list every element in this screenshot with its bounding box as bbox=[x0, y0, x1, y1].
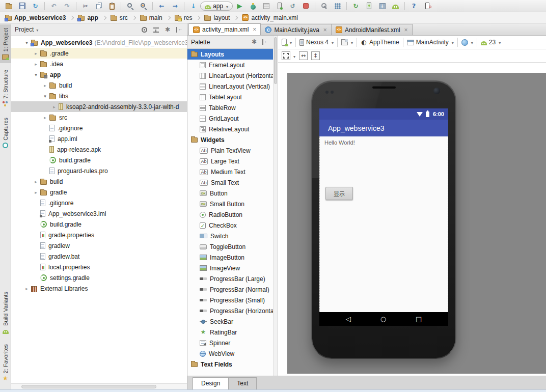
tree-item-build[interactable]: ▸build bbox=[11, 80, 187, 91]
gradle-sync-button[interactable]: ↻ bbox=[349, 1, 362, 11]
preview-button[interactable]: 显示 bbox=[325, 187, 353, 200]
palette-item-gridlayout[interactable]: GridLayout bbox=[187, 113, 273, 124]
tree-item-proguard-rules-pro[interactable]: proguard-rules.pro bbox=[11, 165, 187, 176]
palette-item-tablelayout[interactable]: TableLayout bbox=[187, 92, 273, 102]
tree-item-settings-gradle[interactable]: settings.gradle bbox=[11, 272, 187, 283]
palette-item-button[interactable]: Button bbox=[187, 188, 273, 199]
run-configuration-selector[interactable]: app bbox=[200, 2, 233, 11]
mode-tab-design[interactable]: Design bbox=[193, 377, 229, 389]
tree-item-app-release-apk[interactable]: app-release.apk bbox=[11, 144, 187, 155]
api-level-selector[interactable]: 23 bbox=[481, 39, 501, 46]
palette-item-webview[interactable]: WebView bbox=[187, 348, 273, 359]
palette-item-switch[interactable]: Switch bbox=[187, 231, 273, 241]
editor-tab-mainactivity-java[interactable]: MainActivity.java× bbox=[260, 24, 332, 35]
avd-manager-button[interactable] bbox=[363, 1, 375, 11]
stop-button[interactable] bbox=[299, 1, 312, 11]
replace-button[interactable] bbox=[137, 1, 150, 11]
android-monitor-button[interactable] bbox=[389, 1, 402, 11]
tree-item-ksoap2-android-assembly-3-3-0-jar-with-d[interactable]: ▸ksoap2-android-assembly-3.3.0-jar-with-… bbox=[11, 101, 187, 112]
palette-hide-button[interactable] bbox=[261, 38, 269, 46]
orientation-selector[interactable] bbox=[341, 39, 353, 46]
tree-item-local-properties[interactable]: local.properties bbox=[11, 262, 187, 272]
close-icon[interactable]: × bbox=[253, 26, 256, 33]
palette-item-linearlayout-vertical[interactable]: LinearLayout (Vertical) bbox=[187, 81, 273, 92]
stripe-tab-7-structure[interactable]: 7: Structure bbox=[0, 66, 11, 111]
tree-item-build-gradle[interactable]: build.gradle bbox=[11, 219, 187, 230]
breadcrumb-item-app-webservice3[interactable]: App_webservice3 bbox=[4, 14, 67, 21]
scrollbar-thumb[interactable] bbox=[274, 37, 277, 84]
activity-selector[interactable]: MainActivity bbox=[407, 39, 454, 46]
open-project-button[interactable] bbox=[3, 1, 15, 11]
palette-item-relativelayout[interactable]: RelativeLayout bbox=[187, 124, 273, 134]
mode-tab-text[interactable]: Text bbox=[228, 377, 257, 389]
palette-section-widgets[interactable]: Widgets bbox=[187, 134, 273, 145]
palette-item-togglebutton[interactable]: ToggleButton bbox=[187, 241, 273, 252]
find-button[interactable] bbox=[124, 1, 137, 11]
palette-item-small-text[interactable]: Small Text bbox=[187, 177, 273, 188]
close-icon[interactable]: × bbox=[404, 26, 408, 34]
copy-button[interactable] bbox=[92, 1, 105, 11]
palette-item-ratingbar[interactable]: RatingBar bbox=[187, 327, 273, 338]
forward-button[interactable]: → bbox=[169, 1, 181, 11]
breadcrumb-item-main[interactable]: main bbox=[139, 14, 163, 21]
zoom-fit-dropdown[interactable] bbox=[282, 51, 295, 60]
breadcrumb-item-src[interactable]: src bbox=[110, 14, 129, 21]
collapse-all-button[interactable] bbox=[152, 25, 160, 34]
cut-button[interactable]: ✂ bbox=[79, 1, 92, 11]
settings-button[interactable] bbox=[318, 1, 331, 11]
zoom-to-height-button[interactable] bbox=[311, 51, 320, 60]
palette-item-spinner[interactable]: Spinner bbox=[187, 338, 273, 348]
locale-selector[interactable] bbox=[461, 39, 473, 46]
tree-item-gradle[interactable]: ▸.gradle bbox=[11, 48, 187, 59]
breadcrumb-item-layout[interactable]: layout bbox=[203, 14, 231, 21]
undo-button[interactable]: ↶ bbox=[47, 1, 60, 11]
palette-item-checkbox[interactable]: CheckBox bbox=[187, 220, 273, 231]
palette-settings-button[interactable] bbox=[250, 38, 258, 46]
palette-section-layouts[interactable]: Layouts bbox=[187, 49, 273, 60]
preview-content[interactable]: Hello World! 显示 bbox=[319, 136, 448, 312]
palette-item-tablerow[interactable]: TableRow bbox=[187, 102, 273, 113]
breadcrumb-item-activity-main-xml[interactable]: activity_main.xml bbox=[241, 14, 298, 21]
tree-item-app-webservice3[interactable]: ▾App_webservice3 (E:\Android_File\App_we… bbox=[11, 37, 187, 48]
tree-item-app-webservice3-iml[interactable]: App_webservice3.iml bbox=[11, 208, 187, 219]
hide-panel-button[interactable] bbox=[175, 25, 183, 34]
export-button[interactable]: ↓ bbox=[187, 1, 200, 11]
palette-item-seekbar[interactable]: SeekBar bbox=[187, 316, 273, 327]
attach-debugger-button[interactable] bbox=[273, 1, 286, 11]
palette-item-plain-textview[interactable]: Plain TextView bbox=[187, 145, 273, 156]
stripe-tab-build-variants[interactable]: Build Variants bbox=[0, 288, 11, 337]
device-screen[interactable]: 6:00 App_webservice3 Hello World! 显示 bbox=[319, 108, 448, 326]
rerun-button[interactable]: ↺ bbox=[286, 1, 299, 11]
back-button[interactable]: ← bbox=[155, 1, 168, 11]
stripe-tab-1-project[interactable]: 1: Project bbox=[0, 24, 11, 63]
design-canvas[interactable]: 6:00 App_webservice3 Hello World! 显示 bbox=[287, 73, 546, 374]
tree-item-gitignore[interactable]: .gitignore bbox=[11, 123, 187, 133]
device-monitor-button[interactable] bbox=[421, 1, 433, 11]
palette-item-radiobutton[interactable]: RadioButton bbox=[187, 209, 273, 220]
palette-item-medium-text[interactable]: Medium Text bbox=[187, 166, 273, 177]
palette-item-imageview[interactable]: ImageView bbox=[187, 263, 273, 273]
palette-item-progressbar-horizontal[interactable]: ProgressBar (Horizontal) bbox=[187, 305, 273, 316]
sdk-manager-button[interactable] bbox=[376, 1, 389, 11]
palette-item-progressbar-large[interactable]: ProgressBar (Large) bbox=[187, 273, 273, 284]
coverage-button[interactable] bbox=[260, 1, 272, 11]
tree-item-gradlew[interactable]: gradlew bbox=[11, 240, 187, 251]
stripe-tab-captures[interactable]: Captures bbox=[0, 114, 11, 152]
tree-item-external-libraries[interactable]: ▸External Libraries bbox=[11, 283, 187, 294]
tree-item-gitignore[interactable]: .gitignore bbox=[11, 198, 187, 208]
palette-item-large-text[interactable]: Large Text bbox=[187, 156, 273, 166]
preview-textview[interactable]: Hello World! bbox=[324, 139, 355, 146]
help-button[interactable]: ? bbox=[407, 1, 420, 11]
tree-item-libs[interactable]: ▾libs bbox=[11, 91, 187, 101]
synchronize-button[interactable]: ↻ bbox=[29, 1, 42, 11]
palette-item-imagebutton[interactable]: ImageButton bbox=[187, 252, 273, 263]
preview-config-dropdown[interactable] bbox=[282, 39, 292, 46]
tree-item-app-iml[interactable]: app.iml bbox=[11, 133, 187, 144]
theme-selector[interactable]: AppTheme bbox=[361, 39, 399, 46]
breadcrumb-item-app[interactable]: app bbox=[77, 14, 99, 21]
breadcrumb-item-res[interactable]: res bbox=[174, 14, 194, 21]
stripe-tab-2-favorites[interactable]: 2: Favorites bbox=[0, 341, 11, 385]
run-button[interactable]: ▶ bbox=[233, 1, 246, 11]
close-icon[interactable]: × bbox=[323, 26, 327, 34]
tree-item-idea[interactable]: ▸.idea bbox=[11, 59, 187, 69]
